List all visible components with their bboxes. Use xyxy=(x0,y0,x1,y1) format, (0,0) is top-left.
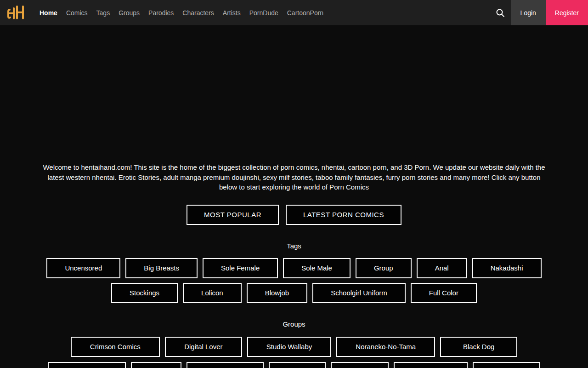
site-logo[interactable] xyxy=(6,4,25,22)
groups-row-2-partial xyxy=(0,362,588,368)
tags-heading: Tags xyxy=(0,242,588,250)
tag-button[interactable]: Stockings xyxy=(111,283,178,303)
tag-button[interactable]: Nakadashi xyxy=(472,258,542,278)
login-button[interactable]: Login xyxy=(511,0,546,25)
group-button[interactable]: Studio Wallaby xyxy=(247,337,332,357)
navbar: HomeComicsTagsGroupsParodiesCharactersAr… xyxy=(0,0,588,25)
nav-link[interactable]: CartoonPorn xyxy=(287,9,323,17)
nav-right: Login Register xyxy=(490,0,588,25)
tag-button[interactable]: Schoolgirl Uniform xyxy=(312,283,406,303)
groups-heading: Groups xyxy=(0,320,588,328)
tag-button[interactable]: Group xyxy=(356,258,412,278)
group-button[interactable]: Digital Lover xyxy=(165,337,242,357)
nav-link[interactable]: Groups xyxy=(119,9,140,17)
group-button[interactable] xyxy=(269,362,326,368)
nav-link[interactable]: Home xyxy=(40,9,57,17)
nav-link[interactable]: Characters xyxy=(182,9,214,17)
action-button[interactable]: LATEST PORN COMICS xyxy=(286,205,401,225)
nav-link[interactable]: Tags xyxy=(96,9,110,17)
hh-logo-icon xyxy=(6,4,25,22)
nav-link[interactable]: Artists xyxy=(223,9,241,17)
tag-button[interactable]: Anal xyxy=(417,258,467,278)
search-icon[interactable] xyxy=(490,0,511,25)
main-nav: HomeComicsTagsGroupsParodiesCharactersAr… xyxy=(40,9,323,17)
tag-button[interactable]: Sole Male xyxy=(283,258,351,278)
tags-row-1: UncensoredBig BreastsSole FemaleSole Mal… xyxy=(0,258,588,278)
group-button[interactable] xyxy=(394,362,468,368)
group-button[interactable]: Black Dog xyxy=(440,337,517,357)
nav-link[interactable]: Parodies xyxy=(148,9,174,17)
group-button[interactable]: Crimson Comics xyxy=(71,337,160,357)
tag-button[interactable]: Big Breasts xyxy=(125,258,198,278)
group-button[interactable] xyxy=(48,362,126,368)
groups-row-1: Crimson ComicsDigital LoverStudio Wallab… xyxy=(0,337,588,357)
group-button[interactable]: Noraneko-No-Tama xyxy=(336,337,435,357)
group-button[interactable] xyxy=(131,362,181,368)
action-button[interactable]: MOST POPULAR xyxy=(187,205,279,225)
tags-row-2: StockingsLoliconBlowjobSchoolgirl Unifor… xyxy=(0,283,588,303)
intro-text: Welcome to hentaihand.com! This site is … xyxy=(39,162,549,192)
nav-link[interactable]: PornDude xyxy=(249,9,278,17)
tag-button[interactable]: Lolicon xyxy=(183,283,242,303)
nav-link[interactable]: Comics xyxy=(66,9,88,17)
action-buttons-row: MOST POPULARLATEST PORN COMICS xyxy=(0,205,588,225)
group-button[interactable] xyxy=(473,362,540,368)
group-button[interactable] xyxy=(331,362,389,368)
main-content: Welcome to hentaihand.com! This site is … xyxy=(0,162,588,368)
tag-button[interactable]: Uncensored xyxy=(46,258,120,278)
tag-button[interactable]: Blowjob xyxy=(247,283,308,303)
group-button[interactable] xyxy=(187,362,264,368)
tag-button[interactable]: Sole Female xyxy=(203,258,278,278)
register-button[interactable]: Register xyxy=(546,0,588,25)
tag-button[interactable]: Full Color xyxy=(411,283,477,303)
